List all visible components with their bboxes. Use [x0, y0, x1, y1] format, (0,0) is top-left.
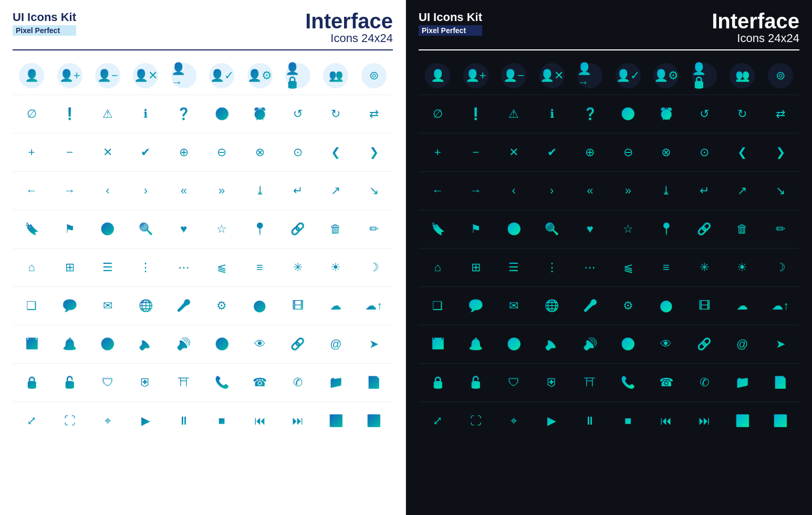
light-header-right: Interface Icons 24x24: [305, 11, 393, 45]
light-kit-title: UI Icons Kit: [13, 11, 76, 24]
dark-icon-flag: ⚑: [459, 212, 493, 246]
dark-icon-moon: ☽: [764, 251, 797, 284]
light-row-math: + − ✕ ✔ ⊕ ⊖ ⊗ ⊙ ❮ ❯: [13, 133, 393, 172]
light-icon-alert-triangle: ⚠: [91, 97, 124, 131]
dark-icon-play: ▶: [535, 404, 569, 438]
light-icons-section: 👤 👤+ 👤− 👤✕ 👤→ 👤✓ 👤⚙ 👤🔒 👥 ⊚ ∅ ❗ ⚠ ℹ ❓ 🕓 ⏰…: [13, 57, 393, 504]
light-icon-shield: 🛡: [91, 366, 124, 399]
light-icon-play: ▶: [129, 404, 162, 438]
dark-icon-phone-incoming: ✆: [688, 366, 721, 399]
dark-icons-section: 👤 👤+ 👤− 👤✕ 👤→ 👤✓ 👤⚙ 👤🔒 👥 ⊚ ∅ ❗ ⚠ ℹ ❓ 🕓 ⏰…: [419, 57, 799, 504]
light-icon-loader: ✳: [281, 251, 315, 284]
light-row-home: ⌂ ⊞ ☰ ⋮ ⋯ ⫹ ≡ ✳ ☀ ☽: [13, 249, 393, 287]
light-icon-bell-off: 🔕: [91, 327, 124, 361]
dark-icon-user-check: 👤✓: [611, 59, 645, 92]
dark-icon-users: 👥: [725, 59, 759, 92]
dark-icon-help: ❓: [573, 97, 607, 131]
dark-row-bookmarks: 🔖 ⚑ ⚫ 🔍 ♥ ☆ 📍 🔗 🗑 ✏: [419, 210, 799, 249]
light-icon-cloud-upload: ☁↑: [357, 289, 391, 323]
dark-icon-cloud: ☁: [725, 289, 759, 323]
light-icon-folder: 📁: [319, 366, 352, 399]
dark-icon-maximize: ↗: [725, 174, 759, 208]
light-icon-phone-incoming: ✆: [281, 366, 315, 399]
light-icon-skip-back: ⏮: [243, 404, 277, 438]
dark-icon-user-add: 👤+: [459, 59, 493, 92]
light-icon-link: 🔗: [281, 327, 315, 361]
dark-icon-user-remove: 👤−: [497, 59, 530, 92]
dark-icon-arrow-left: ←: [421, 174, 454, 208]
dark-icon-unlock: 🔓: [459, 366, 493, 399]
light-icon-expand: ⛶: [53, 404, 87, 438]
light-icon-star: ☆: [205, 212, 238, 246]
dark-icon-more-horizontal: ⋯: [573, 251, 607, 284]
light-icon-minus: −: [53, 136, 87, 169]
dark-icon-x-circle: ⊗: [649, 136, 683, 169]
light-icon-clock: 🕓: [205, 97, 238, 131]
dark-icon-stop: ■: [611, 404, 645, 438]
light-icon-x: ✕: [91, 136, 124, 169]
light-icon-check-circle: ⊙: [281, 136, 315, 169]
light-icon-check: ✔: [129, 136, 162, 169]
light-icon-send: ➤: [357, 327, 391, 361]
light-icon-home: ⌂: [15, 251, 48, 284]
light-pixel-perfect: Pixel Perfect: [13, 25, 76, 36]
dark-icon-user-arrow: 👤→: [573, 59, 607, 92]
dark-icon-chevron-left: ‹: [497, 174, 530, 208]
light-icon-users: 👥: [319, 59, 352, 92]
light-icon-maximize: ↗: [319, 174, 352, 208]
dark-icon-loader: ✳: [688, 251, 721, 284]
light-icon-vol-x: 🔇: [205, 327, 238, 361]
dark-row-users: 👤 👤+ 👤− 👤✕ 👤→ 👤✓ 👤⚙ 👤🔒 👥 ⊚: [419, 57, 799, 95]
light-icon-user-check: 👤✓: [205, 59, 238, 92]
light-icon-x-circle: ⊗: [243, 136, 277, 169]
light-icon-grid: ⊞: [53, 251, 87, 284]
light-icon-more-horizontal: ⋯: [167, 251, 201, 284]
dark-icon-double-right: »: [611, 174, 645, 208]
dark-icon-minus-circle: ⊖: [611, 136, 645, 169]
light-icon-phone-missed: ☎: [243, 366, 277, 399]
dark-icon-alert-circle: ❗: [459, 97, 493, 131]
dark-icon-x: ✕: [497, 136, 530, 169]
light-icon-user-lock: 👤🔒: [281, 59, 315, 92]
dark-icon-user-x: 👤✕: [535, 59, 569, 92]
light-interface-title: Interface: [305, 11, 393, 32]
dark-header: UI Icons Kit Pixel Perfect Interface Ico…: [419, 11, 799, 50]
light-icon-message-circle: 💬: [53, 289, 87, 323]
dark-icon-clock-back: ⏰: [649, 97, 683, 131]
dark-icon-minimize: ↘: [764, 174, 797, 208]
dark-icon-skip-forward: ⏭: [688, 404, 721, 438]
light-icon-shield-alert: ⛩: [167, 366, 201, 399]
dark-icon-check-circle: ⊙: [688, 136, 721, 169]
dark-header-left: UI Icons Kit Pixel Perfect: [419, 11, 482, 36]
dark-icon-calendar: 📅: [421, 327, 454, 361]
dark-icon-mail: ✉: [497, 289, 530, 323]
dark-icon-fast-forward: ⏩: [764, 404, 797, 438]
light-row-chat: ❑ 💬 ✉ 🌐 🎤 ⚙ ⬤ 🎞 ☁ ☁↑: [13, 287, 393, 325]
dark-icon-chevron-right-circle: ❯: [764, 136, 797, 169]
dark-icon-cloud-upload: ☁↑: [764, 289, 797, 323]
light-header: UI Icons Kit Pixel Perfect Interface Ico…: [13, 11, 393, 50]
dark-icon-bell-off: 🔕: [497, 327, 530, 361]
dark-icon-refresh-alt: ⇄: [764, 97, 797, 131]
dark-icon-skip-back: ⏮: [649, 404, 683, 438]
light-icon-chevron-right: ›: [129, 174, 162, 208]
dark-header-right: Interface Icons 24x24: [712, 11, 799, 45]
light-icon-shield-check: ⛨: [129, 366, 162, 399]
dark-icon-lock: 🔒: [421, 366, 454, 399]
dark-kit-title: UI Icons Kit: [419, 11, 482, 24]
dark-icon-film: 🎞: [688, 289, 721, 323]
light-icon-message-square: ❑: [15, 289, 48, 323]
dark-icon-expand: ⛶: [459, 404, 493, 438]
light-icon-user-add: 👤+: [53, 59, 87, 92]
light-icon-alert-circle: ❗: [53, 97, 87, 131]
light-icon-stop: ■: [205, 404, 238, 438]
dark-icon-alert-triangle: ⚠: [497, 97, 530, 131]
dark-icon-user-circle: ⊚: [764, 59, 797, 92]
light-icon-heart: ♥: [167, 212, 201, 246]
light-icon-arrow-right: →: [53, 174, 87, 208]
dark-row-chat: ❑ 💬 ✉ 🌐 🎤 ⚙ ⬤ 🎞 ☁ ☁↑: [419, 287, 799, 325]
light-icon-bookmark: 🔖: [15, 212, 48, 246]
light-icon-refresh-alt: ⇄: [357, 97, 391, 131]
dark-icon-at: @: [725, 327, 759, 361]
light-icon-lock: 🔒: [15, 366, 48, 399]
